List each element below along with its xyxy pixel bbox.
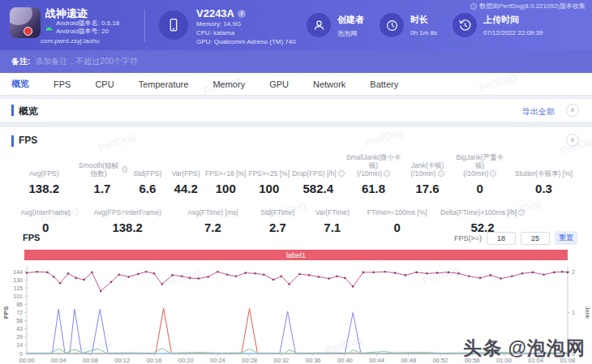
x-tick: 00:24: [210, 357, 225, 364]
info-icon[interactable]: i: [338, 170, 345, 177]
x-tick: 00:12: [114, 357, 130, 364]
series-marker: [118, 273, 120, 276]
stat-cell: Avg(FPS)138.2: [11, 158, 76, 195]
series-marker: [53, 276, 55, 278]
y-left-tick: 29: [16, 334, 23, 340]
chart-label-text: label1: [286, 251, 306, 259]
y-left-tick: 130: [13, 277, 23, 283]
y-right-tick: 0: [572, 351, 575, 357]
fps-threshold-input-1[interactable]: [487, 232, 516, 245]
stat-label: FPS>=18 [%]: [205, 158, 247, 178]
device-model-text: V2243A: [196, 7, 234, 19]
stat-label: Var(FTime): [315, 197, 350, 216]
series-marker: [254, 272, 256, 275]
series-marker: [532, 272, 534, 274]
upload-block: 上传时间 07/12/2022 22:09:39: [483, 14, 543, 36]
series-marker: [521, 272, 524, 275]
tab-memory[interactable]: Memory: [212, 79, 245, 89]
note-bar[interactable]: 备注: 添加备注，不超过200个字符: [0, 50, 592, 73]
series-marker: [217, 271, 219, 273]
fps-chart-svg: 014294358728610111513014401200:0000:0400…: [0, 261, 592, 364]
tab-gpu[interactable]: GPU: [269, 79, 289, 89]
x-tick: 00:52: [433, 357, 448, 364]
section-accent-bar: [11, 105, 14, 116]
series-marker: [384, 271, 386, 273]
series-marker: [567, 272, 569, 274]
phone-icon: [165, 17, 182, 33]
stat-cell: FPS>=18 [%]100: [204, 158, 247, 195]
info-icon[interactable]: i: [438, 170, 444, 177]
collect-note: i 数据由PerfDog(8.0.221052)版本收集: [470, 2, 586, 11]
person-icon: [312, 19, 326, 32]
x-tick: 00:56: [465, 357, 480, 364]
chart-label-bar[interactable]: label1: [24, 250, 568, 260]
stat-cell: Avg(FPS+InterFrame)138.2: [79, 197, 175, 234]
game-app-icon: [10, 7, 41, 38]
header-divider: [144, 10, 145, 42]
x-tick: 00:44: [369, 357, 384, 364]
tab-fps[interactable]: FPS: [54, 79, 71, 89]
app-package: com.pwrd.zsyj.laohu: [41, 37, 99, 45]
game-avatar-art: [10, 7, 32, 25]
fps-threshold-reset-button[interactable]: 重置: [555, 231, 577, 245]
series-marker: [91, 272, 93, 274]
creator-block: 创建者 泡泡网: [337, 14, 364, 38]
series-marker: [263, 273, 265, 276]
stat-cell: BigJank(严重卡顿)(/10min)i0: [453, 158, 507, 195]
tab-overview[interactable]: 概览: [11, 78, 29, 90]
series-fps-line: [27, 272, 568, 291]
stat-value: 61.8: [362, 182, 385, 195]
stat-label: Std(FTime): [260, 197, 294, 216]
y-right-tick: 2: [572, 269, 575, 275]
tab-battery[interactable]: Battery: [370, 79, 398, 89]
stat-cell: Stutter(卡顿率) [%]0.3: [507, 158, 581, 195]
series-marker: [189, 277, 191, 280]
y-right-tick: 1: [572, 310, 575, 315]
tab-temperature[interactable]: Temperature: [139, 79, 189, 89]
overview-section-header: 概览 导出全部 ∧: [0, 99, 592, 122]
perfdog-report-page: i 数据由PerfDog(8.0.221052)版本收集 战神遗迹 Androi…: [0, 0, 592, 364]
series-marker: [226, 273, 229, 276]
overview-collapse-button[interactable]: ∧: [566, 104, 579, 117]
duration-value: 0h 1m 8s: [410, 29, 437, 36]
stat-value: 0: [477, 182, 483, 195]
android-version-name: Android版本名: 0.6.18: [56, 19, 119, 28]
x-tick: 00:36: [306, 357, 321, 364]
series-marker: [328, 277, 330, 280]
fps-threshold-input-2[interactable]: [521, 232, 550, 245]
export-all-link[interactable]: 导出全部: [522, 106, 555, 118]
series-marker: [83, 279, 85, 281]
device-info-icon[interactable]: i: [238, 10, 246, 18]
stat-label: Var(FPS): [172, 158, 200, 178]
series-marker: [372, 272, 375, 274]
x-tick: 00:08: [83, 357, 98, 364]
stat-value: 138.2: [28, 182, 59, 195]
info-icon[interactable]: i: [384, 170, 390, 177]
fps-collapse-button[interactable]: ∨: [566, 134, 579, 147]
fps-chart[interactable]: 014294358728610111513014401200:0000:0400…: [0, 261, 592, 364]
device-cpu: CPU: kalama: [196, 28, 296, 37]
stat-label: SmallJank(微小卡顿)(/10min)i: [345, 158, 402, 178]
x-tick: 00:00: [19, 357, 35, 364]
note-label: 备注:: [11, 56, 30, 67]
fps-stats-row-2: Avg(InterFrame)0Avg(FPS+InterFrame)138.2…: [11, 197, 530, 234]
info-icon[interactable]: i: [518, 209, 525, 216]
stat-label: Drop(FPS) [/h]i: [292, 158, 345, 178]
stat-label: Std(FPS): [133, 158, 161, 178]
chart-control-row: FPS FPS(>=) 重置: [0, 231, 592, 247]
device-memory: Memory: 14.9G: [196, 19, 296, 28]
series-marker: [137, 273, 139, 276]
series-marker: [426, 272, 428, 275]
tab-network[interactable]: Network: [313, 79, 345, 89]
x-tick: 00:28: [242, 357, 257, 364]
x-tick: 00:04: [51, 357, 66, 364]
tab-cpu[interactable]: CPU: [95, 79, 114, 89]
series-marker: [272, 279, 275, 281]
series-marker: [457, 272, 460, 275]
info-icon[interactable]: i: [122, 166, 128, 173]
y-left-tick: 101: [13, 293, 23, 299]
creator-label: 创建者: [337, 14, 364, 26]
info-icon[interactable]: i: [490, 170, 496, 177]
series-marker: [336, 276, 338, 278]
stat-label: Stutter(卡顿率) [%]: [515, 158, 573, 178]
